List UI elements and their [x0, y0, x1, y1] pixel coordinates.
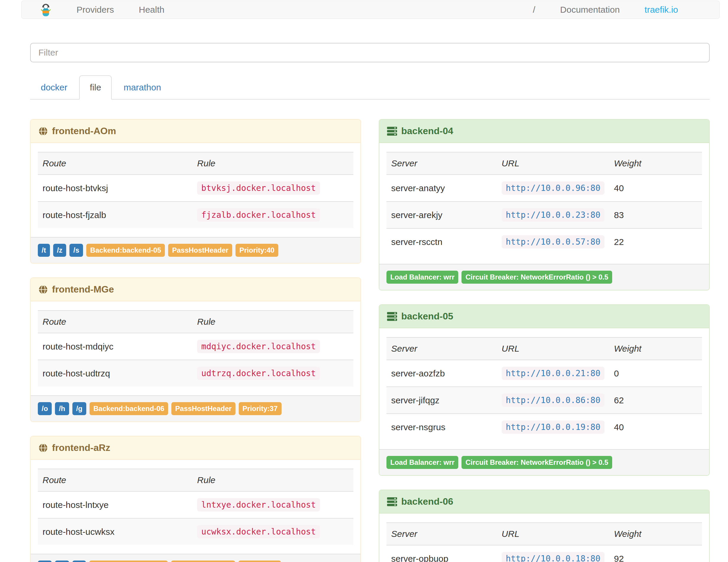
route-rule-cell: udtrzq.docker.localhost — [192, 360, 353, 386]
server-url-link[interactable]: http://10.0.0.19:80 — [502, 422, 605, 432]
routes-table: Route Rule route-host-mdqiyc mdqiyc.dock… — [38, 310, 353, 386]
priority-badge: Priority:29 — [238, 561, 281, 562]
backend-title: backend-04 — [401, 126, 453, 137]
route-rule: lntxye.docker.localhost — [197, 498, 320, 511]
path-badge: /s — [69, 244, 83, 257]
route-name: route-host-btvksj — [38, 175, 192, 202]
nav-item-traefik-io[interactable]: traefik.io — [632, 1, 690, 19]
server-weight: 83 — [609, 202, 702, 228]
table-row: server-nsgrus http://10.0.0.19:80 40 — [386, 414, 702, 440]
server-url-cell: http://10.0.0.21:80 — [497, 360, 609, 387]
server-url-link[interactable]: http://10.0.0.21:80 — [502, 368, 605, 378]
frontend-card: frontend-aRz Route Rule route-host-lntx — [30, 436, 361, 562]
load-balancer-badge: Load Balancer: wrr — [386, 456, 458, 469]
column-header-rule: Rule — [192, 311, 353, 333]
column-header-rule: Rule — [192, 469, 353, 491]
provider-tabs: docker file marathon — [30, 75, 710, 100]
server-url-link[interactable]: http://10.0.0.18:80 — [502, 553, 605, 562]
globe-icon — [38, 285, 48, 294]
tab-marathon[interactable]: marathon — [113, 75, 172, 100]
nav-item-documentation[interactable]: Documentation — [548, 1, 632, 19]
server-url: http://10.0.0.86:80 — [502, 394, 605, 407]
circuit-breaker-badge: Circuit Breaker: NetworkErrorRatio () > … — [461, 271, 612, 284]
path-badge: /z — [53, 244, 66, 257]
filter-input[interactable] — [30, 43, 710, 62]
servers-table: Server URL Weight server-aozfzb http://1… — [386, 337, 702, 440]
server-url-cell: http://10.0.0.19:80 — [497, 414, 609, 440]
backend-card-header: backend-06 — [379, 490, 709, 514]
server-url-cell: http://10.0.0.18:80 — [497, 545, 609, 562]
route-rule-cell: fjzalb.docker.localhost — [192, 202, 353, 228]
path-badge: /t — [38, 244, 50, 257]
table-row: route-host-btvksj btvksj.docker.localhos… — [38, 175, 353, 202]
path-badge: /g — [72, 402, 86, 415]
backend-ref-badge: Backend:backend-04 — [89, 561, 168, 562]
path-badge: /o — [38, 402, 52, 415]
navbar-left: Providers Health — [22, 1, 177, 19]
table-row: server-jifqgz http://10.0.0.86:80 62 — [386, 387, 702, 414]
server-url-cell: http://10.0.0.86:80 — [497, 387, 609, 414]
server-weight: 0 — [609, 360, 702, 387]
server-url-link[interactable]: http://10.0.0.23:80 — [502, 210, 605, 220]
route-name: route-host-ucwksx — [38, 518, 192, 545]
server-url: http://10.0.0.57:80 — [502, 235, 605, 248]
server-url-cell: http://10.0.0.23:80 — [497, 202, 609, 228]
column-header-url: URL — [497, 337, 609, 360]
column-header-weight: Weight — [609, 152, 702, 175]
passhostheader-badge: PassHostHeader — [171, 561, 235, 562]
server-url: http://10.0.0.19:80 — [502, 420, 605, 434]
server-name: server-rscctn — [386, 228, 497, 255]
backend-card-footer: Load Balancer: wrr Circuit Breaker: Netw… — [379, 264, 709, 290]
backend-card-header: backend-05 — [379, 305, 709, 328]
tab-docker[interactable]: docker — [30, 75, 78, 100]
main-container: docker file marathon frontend-AOm — [30, 43, 710, 562]
routes-table: Route Rule route-host-btvksj btvksj.dock… — [38, 152, 353, 228]
server-name: server-aozfzb — [386, 360, 497, 387]
table-row: server-aozfzb http://10.0.0.21:80 0 — [386, 360, 702, 387]
column-header-weight: Weight — [609, 337, 702, 360]
server-name: server-jifqgz — [386, 387, 497, 414]
priority-badge: Priority:40 — [235, 244, 278, 257]
route-rule: btvksj.docker.localhost — [197, 181, 320, 195]
servers-table: Server URL Weight server-anatyy http://1… — [386, 152, 702, 255]
content-row: frontend-AOm Route Rule route-host-btvk — [30, 119, 710, 562]
traefik-logo-icon[interactable] — [22, 3, 64, 17]
server-url-link[interactable]: http://10.0.0.57:80 — [502, 237, 605, 246]
column-header-route: Route — [38, 152, 192, 175]
routes-table: Route Rule route-host-lntxye lntxye.dock… — [38, 469, 353, 545]
server-stack-icon — [387, 312, 397, 321]
navbar: Providers Health / Documentation traefik… — [21, 1, 720, 19]
column-header-weight: Weight — [609, 523, 702, 545]
server-url-link[interactable]: http://10.0.0.96:80 — [502, 183, 605, 193]
server-weight: 92 — [609, 545, 702, 562]
frontend-card-header: frontend-AOm — [31, 120, 360, 143]
frontend-card-header: frontend-MGe — [31, 278, 360, 301]
column-header-server: Server — [386, 523, 497, 545]
table-row: server-anatyy http://10.0.0.96:80 40 — [386, 175, 702, 202]
backend-title: backend-06 — [401, 496, 453, 507]
server-url-link[interactable]: http://10.0.0.86:80 — [502, 395, 605, 405]
column-header-url: URL — [497, 523, 609, 545]
backend-card-body: Server URL Weight server-opbuop http://1… — [379, 514, 709, 562]
table-row: server-opbuop http://10.0.0.18:80 92 — [386, 545, 702, 562]
tab-file[interactable]: file — [79, 75, 112, 100]
server-url: http://10.0.0.18:80 — [502, 552, 605, 562]
column-header-rule: Rule — [192, 152, 353, 175]
server-url: http://10.0.0.96:80 — [502, 181, 605, 195]
backend-card: backend-06 Server URL Weight — [379, 490, 710, 562]
backend-card: backend-04 Server URL Weight — [379, 119, 710, 290]
nav-item-providers[interactable]: Providers — [64, 1, 126, 19]
server-stack-icon — [387, 126, 397, 136]
table-row: server-arekjy http://10.0.0.23:80 83 — [386, 202, 702, 228]
frontend-card-footer: /t /z /s Backend:backend-05 PassHostHead… — [31, 237, 360, 263]
table-row: route-host-udtrzq udtrzq.docker.localhos… — [38, 360, 353, 386]
nav-item-health[interactable]: Health — [126, 1, 177, 19]
backend-card-header: backend-04 — [379, 120, 709, 143]
server-name: server-anatyy — [386, 175, 497, 202]
globe-icon — [38, 443, 48, 453]
backend-card: backend-05 Server URL Weight — [379, 304, 710, 476]
backend-ref-badge: Backend:backend-05 — [86, 244, 165, 257]
route-rule-cell: btvksj.docker.localhost — [192, 175, 353, 202]
frontend-title: frontend-MGe — [52, 284, 114, 295]
backend-ref-badge: Backend:backend-06 — [90, 402, 168, 415]
